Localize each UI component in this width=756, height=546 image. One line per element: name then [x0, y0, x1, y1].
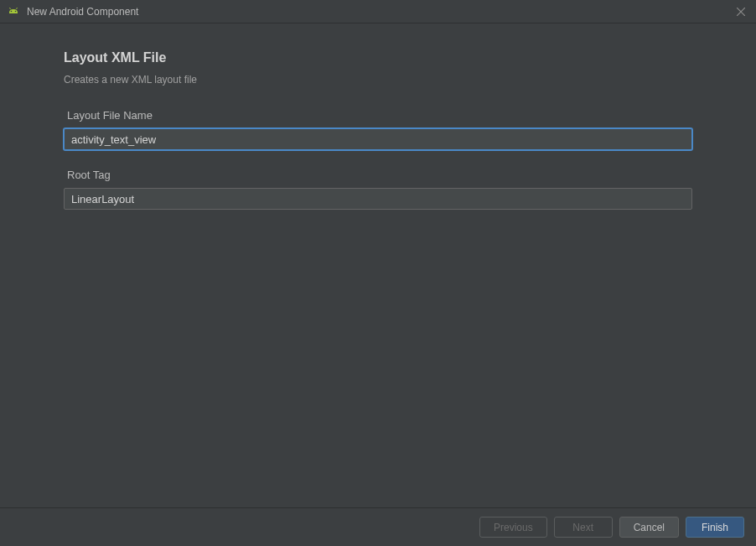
- root-tag-input[interactable]: [64, 188, 692, 210]
- layout-file-name-label: Layout File Name: [67, 109, 692, 122]
- root-tag-label: Root Tag: [67, 169, 692, 181]
- svg-point-1: [15, 10, 17, 12]
- cancel-button[interactable]: Cancel: [619, 517, 679, 538]
- root-tag-group: Root Tag: [64, 169, 692, 210]
- svg-point-0: [11, 10, 13, 12]
- page-subtitle: Creates a new XML layout file: [64, 74, 692, 86]
- svg-line-3: [17, 8, 18, 9]
- window-title: New Android Component: [27, 6, 733, 18]
- finish-button[interactable]: Finish: [686, 517, 744, 538]
- previous-button[interactable]: Previous: [479, 517, 547, 538]
- content-area: Layout XML File Creates a new XML layout…: [0, 23, 756, 507]
- layout-file-name-input[interactable]: [64, 128, 692, 150]
- button-bar: Previous Next Cancel Finish: [0, 507, 756, 546]
- page-title: Layout XML File: [64, 50, 692, 65]
- layout-file-name-group: Layout File Name: [64, 109, 692, 150]
- svg-line-2: [10, 8, 11, 9]
- title-bar: New Android Component: [0, 0, 756, 23]
- next-button[interactable]: Next: [554, 517, 613, 538]
- android-icon: [7, 5, 20, 18]
- close-icon[interactable]: [733, 3, 749, 20]
